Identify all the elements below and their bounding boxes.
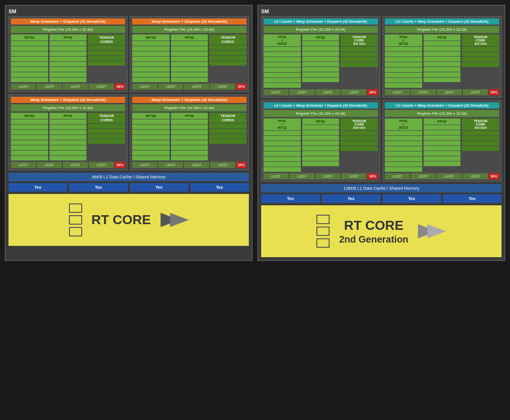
right-tex-2: Tex	[322, 194, 380, 203]
right-warp-unit-tr: L0 i-Cache + Warp Scheduler + Dispatch (…	[382, 16, 502, 98]
rt-box-3	[69, 227, 82, 236]
right-tex-1: Tex	[261, 194, 320, 203]
right-fp32int32-tr: FP32+INT32	[385, 34, 422, 88]
left-warp-unit-br: Warp Scheduler + Dispatch (32 thread/clk…	[130, 94, 249, 170]
right-tensor3-br: TENSORCORE3rd Gen	[462, 118, 499, 172]
right-fp32int32-br: FP32+INT32	[385, 118, 422, 172]
left-int32-label-tl: INT32	[11, 34, 48, 41]
right-warp-unit-tl: L0 i-Cache + Warp Scheduler + Dispatch (…	[261, 16, 380, 98]
right-tensor3-tl: TENSORCORE3rd Gen	[340, 34, 378, 88]
right-sm-label: SM	[261, 8, 502, 14]
left-int32-label-tr: INT32	[132, 34, 170, 41]
left-warp-header-tl: Warp Scheduler + Dispatch (32 thread/clk…	[11, 18, 125, 25]
right-rt-box-2	[316, 227, 330, 236]
right-rt-arrow-icon	[418, 222, 446, 241]
right-tensor3-bl: TENSORCORE3rd Gen	[340, 118, 378, 172]
left-core-row-bl: INT32 FP32 TENSORCOR	[11, 113, 125, 160]
left-reg-file-bl: Register File (16,384 x 32-bit)	[11, 104, 125, 111]
right-fp32-tl: FP32	[302, 34, 340, 88]
left-int32-br: INT32	[132, 113, 170, 160]
left-ldst-row-tl: LD/ST LD/ST LD/ST LD/ST SFU	[11, 84, 125, 90]
left-tex-3: Tex	[130, 183, 188, 192]
left-warp-grid: Warp Scheduler + Dispatch (32 thread/clk…	[8, 16, 249, 170]
left-core-row-tr: INT32 FP32 TENSORCOR	[132, 34, 246, 82]
right-reg-file-tl: Register File (16,384 x 32-bit)	[264, 26, 378, 33]
left-fp32-cells-tl	[50, 41, 87, 82]
left-rt-core-box: RT CORE	[8, 194, 249, 246]
left-core-row-br: INT32 FP32 TENSORCOR	[132, 113, 246, 160]
left-tensor-tl: TENSORCORES	[88, 34, 125, 82]
left-fp32-tl: FP32	[50, 34, 87, 82]
right-fp32-tr: FP32	[424, 34, 461, 88]
left-int32-tl: INT32	[11, 34, 48, 82]
right-warp-grid: L0 i-Cache + Warp Scheduler + Dispatch (…	[261, 16, 502, 182]
left-ldst-row-br: LD/ST LD/ST LD/ST LD/ST SFU	[132, 162, 246, 168]
left-sm-block: SM Warp Scheduler + Dispatch (32 thread/…	[5, 5, 253, 261]
right-rt-core-label: RT CORE	[339, 218, 408, 234]
left-tensor-label-tr: TENSORCORES	[209, 34, 246, 45]
right-rt-icon-group	[316, 215, 330, 248]
right-core-row-bl: FP32+INT32 FP32 TENS	[264, 118, 378, 172]
left-sm-label: SM	[8, 8, 249, 14]
left-fp32-label-tr: FP32	[171, 34, 208, 41]
left-fp32-label-tl: FP32	[50, 34, 87, 41]
right-rt-box-3	[316, 238, 330, 248]
right-fp32-br: FP32	[424, 118, 461, 172]
left-tex-2: Tex	[69, 183, 128, 192]
left-tensor-cells-tl	[88, 45, 125, 66]
right-core-row-br: FP32+INT32 FP32 TENS	[385, 118, 499, 172]
left-reg-file-br: Register File (16,384 x 32-bit)	[132, 104, 246, 111]
right-warp-header-bl: L0 i-Cache + Warp Scheduler + Dispatch (…	[264, 102, 378, 109]
left-int32-bl: INT32	[11, 113, 48, 160]
ldst-3: LD/ST	[63, 84, 88, 90]
left-ldst-row-tr: LD/ST LD/ST LD/ST LD/ST SFU	[132, 84, 246, 90]
left-tensor-label-tl: TENSORCORES	[88, 34, 125, 45]
right-core-row-tl: FP32+INT32 FP32 TENS	[264, 34, 378, 88]
left-int32-cells-tl	[11, 41, 48, 82]
left-rt-core-label: RT CORE	[92, 212, 151, 228]
left-warp-unit-tr: Warp Scheduler + Dispatch (32 thread/clk…	[130, 16, 249, 92]
left-tensor-br: TENSORCORES	[209, 113, 246, 160]
left-warp-unit-tl: Warp Scheduler + Dispatch (32 thread/clk…	[8, 16, 128, 92]
svg-marker-1	[170, 213, 189, 227]
left-warp-header-bl: Warp Scheduler + Dispatch (32 thread/clk…	[11, 97, 125, 103]
right-l1-cache: 128KB L1 Data Cache / Shared Memory	[261, 184, 502, 193]
left-warp-header-tr: Warp Scheduler + Dispatch (32 thread/clk…	[132, 18, 246, 25]
left-warp-header-br: Warp Scheduler + Dispatch (32 thread/clk…	[132, 97, 246, 103]
right-reg-file-br: Register File (16,384 x 32-bit)	[385, 110, 499, 117]
left-fp32-bl: FP32	[50, 113, 87, 160]
rt-box-2	[69, 215, 82, 225]
left-tex-row: Tex Tex Tex Tex	[8, 183, 249, 192]
right-fp32int32-tl: FP32+INT32	[264, 34, 301, 88]
right-rt-box-1	[316, 215, 330, 224]
right-warp-unit-br: L0 i-Cache + Warp Scheduler + Dispatch (…	[382, 100, 502, 182]
left-warp-unit-bl: Warp Scheduler + Dispatch (32 thread/clk…	[8, 94, 128, 170]
left-core-row-tl: INT32 FP32	[11, 34, 125, 82]
left-fp32-tr: FP32	[171, 34, 208, 82]
right-sm-block: SM L0 i-Cache + Warp Scheduler + Dispatc…	[257, 5, 505, 261]
left-tex-4: Tex	[190, 183, 249, 192]
right-tex-row: Tex Tex Tex Tex	[261, 194, 502, 203]
right-tex-4: Tex	[443, 194, 502, 203]
left-tex-1: Tex	[8, 183, 67, 192]
left-int32-tr: INT32	[132, 34, 170, 82]
svg-marker-3	[427, 224, 446, 238]
left-rt-icon-group	[69, 203, 82, 236]
right-warp-header-tl: L0 i-Cache + Warp Scheduler + Dispatch (…	[264, 18, 378, 25]
right-tex-3: Tex	[382, 194, 441, 203]
right-core-row-tr: FP32+INT32 FP32 TENS	[385, 34, 499, 88]
right-warp-header-br: L0 i-Cache + Warp Scheduler + Dispatch (…	[385, 102, 499, 109]
left-rt-arrow-icon	[161, 210, 189, 229]
left-l1-cache: 96KB L1 Data Cache / Shared Memory	[8, 173, 249, 181]
left-tensor-bl: TENSORCORES	[88, 113, 125, 160]
right-rt-core-gen-label: 2nd Generation	[339, 234, 408, 245]
right-reg-file-tr: Register File (16,384 x 32-bit)	[385, 26, 499, 33]
right-reg-file-bl: Register File (16,384 x 32-bit)	[264, 110, 378, 117]
left-reg-file-tr: Register File (16,384 x 32-bit)	[132, 26, 246, 33]
right-tensor3-tr: TENSORCORE3rd Gen	[462, 34, 499, 88]
left-reg-file-tl: Register File (16,384 x 32-bit)	[11, 26, 125, 33]
ldst-1: LD/ST	[11, 84, 36, 90]
right-rt-core-box: RT CORE 2nd Generation	[261, 205, 502, 257]
rt-box-1	[69, 203, 82, 213]
sfu-1: SFU	[115, 84, 125, 90]
